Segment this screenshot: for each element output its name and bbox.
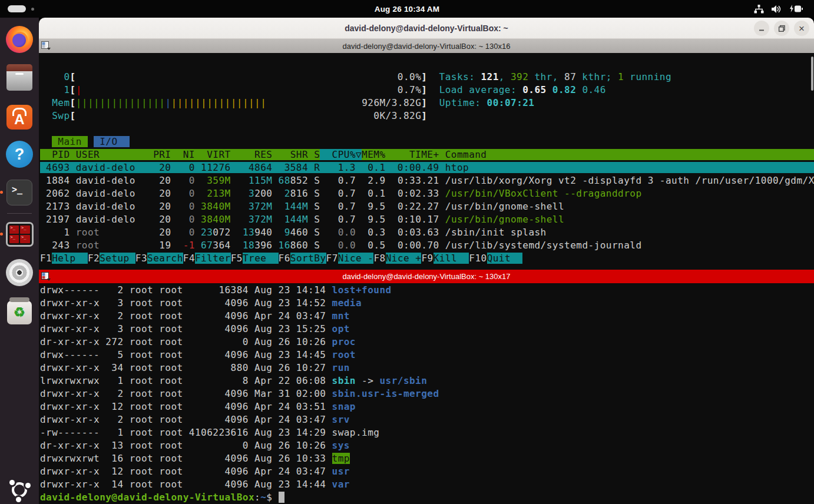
terminal-line: 2197 david-delo 20 0 3840M 372M 144M S 0… xyxy=(40,213,814,226)
terminal-line: Main I/O xyxy=(40,135,814,148)
terminator-icon: >_>_>_>_ xyxy=(6,222,34,247)
close-button[interactable]: × xyxy=(794,21,809,36)
help-icon: ? xyxy=(6,141,33,168)
files-icon xyxy=(6,68,32,91)
terminal-line: dr-xr-xr-x 13 root root 0 Aug 26 10:26 s… xyxy=(40,439,814,452)
shell-terminal[interactable]: drwx------ 2 root root 16384 Aug 23 14:1… xyxy=(39,283,814,504)
terminal-line: Swp[ 0K/3.82G] xyxy=(40,110,814,122)
terminal-line: drwxr-xr-x 3 root root 4096 Aug 23 14:52… xyxy=(40,297,814,310)
ubuntu-software-icon: A xyxy=(6,105,32,130)
terminal-line: david-delony@david-delony-VirtualBox:~$ xyxy=(40,491,814,504)
terminal-line: 243 root 19 -1 67364 18396 16860 S 0.0 0… xyxy=(40,239,814,252)
dock-item-disc[interactable] xyxy=(5,258,34,287)
ubuntu-logo-icon xyxy=(8,478,31,502)
dock-item-files[interactable] xyxy=(5,64,34,92)
dock-item-ubuntu-software[interactable]: A xyxy=(5,102,34,130)
terminal-line: 0[ 0.0%] Tasks: 121, 392 thr, 87 kthr; 1… xyxy=(40,71,814,84)
battery-charging-icon xyxy=(789,4,803,14)
pane2-title: david-delony@david-delony-VirtualBox: ~ … xyxy=(342,272,510,281)
pane-layout-icon xyxy=(41,41,51,52)
window-titlebar[interactable]: david-delony@david-delony-VirtualBox: ~ … xyxy=(39,18,814,39)
dock: A ? >_ >_>_>_>_ ♻ xyxy=(0,18,39,504)
terminal-line xyxy=(40,58,814,71)
scrollbar-thumb[interactable] xyxy=(811,57,813,91)
dock-item-terminal[interactable]: >_ xyxy=(5,178,34,207)
workspace-pill-icon xyxy=(8,5,26,12)
terminal-line: drwxrwxrwt 16 root root 4096 Aug 26 10:3… xyxy=(40,452,814,465)
pane1-titlebar[interactable]: david-delony@david-delony-VirtualBox: ~ … xyxy=(39,39,814,53)
top-panel: Aug 26 10:34 AM xyxy=(0,0,814,18)
workspace-indicator[interactable] xyxy=(8,5,34,12)
minimize-button[interactable] xyxy=(754,21,769,36)
dock-item-trash[interactable]: ♻ xyxy=(5,297,34,325)
htop-terminal[interactable]: 0[ 0.0%] Tasks: 121, 392 thr, 87 kthr; 1… xyxy=(39,53,814,270)
terminal-line: PID USER PRI NI VIRT RES SHR S CPU%▽MEM%… xyxy=(40,148,814,161)
trash-icon: ♻ xyxy=(7,301,32,324)
terminal-line: drwxr-xr-x 14 root root 4096 Aug 23 14:4… xyxy=(40,478,814,491)
terminal-line: 1 root 20 0 23072 13940 9460 S 0.0 0.3 0… xyxy=(40,226,814,239)
terminal-line: drwxr-xr-x 3 root root 4096 Aug 23 15:25… xyxy=(40,323,814,336)
terminal-line: drwxr-xr-x 12 root root 4096 Apr 24 03:4… xyxy=(40,465,814,478)
terminal-line xyxy=(40,122,814,135)
terminal-line: 1[| 0.7%] Load average: 0.65 0.82 0.46 xyxy=(40,84,814,97)
terminal-line: drwxr-xr-x 2 root root 4096 Apr 24 03:47… xyxy=(40,413,814,426)
system-status-area[interactable] xyxy=(754,0,803,18)
terminal-line: F1Help F2Setup F3SearchF4FilterF5Tree F6… xyxy=(40,252,814,265)
terminal-line: dr-xr-xr-x 272 root root 0 Aug 26 10:26 … xyxy=(40,336,814,349)
dock-item-help[interactable]: ? xyxy=(5,140,34,168)
terminal-line: lrwxrwxrwx 1 root root 8 Apr 22 06:08 sb… xyxy=(40,374,814,387)
terminal-icon: >_ xyxy=(6,180,32,205)
terminal-line: drwx------ 2 root root 16384 Aug 23 14:1… xyxy=(40,284,814,297)
dock-separator xyxy=(7,213,32,214)
terminal-line: -rw------- 1 root root 4106223616 Aug 23… xyxy=(40,426,814,439)
window-title: david-delony@david-delony-VirtualBox: ~ xyxy=(345,24,508,33)
dock-item-firefox[interactable] xyxy=(5,25,34,54)
terminal-line: drwxr-xr-x 2 root root 4096 Apr 24 03:47… xyxy=(40,310,814,323)
terminal-line: 1884 david-delo 20 0 359M 115M 68852 S 0… xyxy=(40,174,814,187)
terminal-line: 2173 david-delo 20 0 3840M 372M 144M S 0… xyxy=(40,200,814,213)
terminal-line: drwx------ 5 root root 4096 Aug 23 14:45… xyxy=(40,349,814,362)
disc-icon xyxy=(6,259,33,286)
network-wired-icon xyxy=(754,5,764,14)
terminal-window: david-delony@david-delony-VirtualBox: ~ … xyxy=(39,18,814,504)
pane1-title: david-delony@david-delony-VirtualBox: ~ … xyxy=(342,42,510,51)
terminal-line: Mem[|||||||||||||||||||||||||||||||| 926… xyxy=(40,97,814,110)
dock-item-terminator[interactable]: >_>_>_>_ xyxy=(5,220,34,248)
terminal-line: 2062 david-delo 20 0 213M 3200 2816 S 0.… xyxy=(40,187,814,200)
volume-icon xyxy=(772,5,782,14)
terminal-line: drwxr-xr-x 2 root root 4096 Mar 31 02:00… xyxy=(40,387,814,400)
terminal-line: 4693 david-delo 20 0 11276 4864 3584 R 1… xyxy=(40,161,814,174)
pane-layout-icon xyxy=(41,272,51,283)
dock-item-ubuntu-logo[interactable] xyxy=(5,476,34,504)
firefox-icon xyxy=(6,26,33,53)
clock[interactable]: Aug 26 10:34 AM xyxy=(375,5,440,14)
terminal-line: drwxr-xr-x 12 root root 4096 Apr 24 03:5… xyxy=(40,400,814,413)
software-letter: A xyxy=(14,110,24,130)
pane2-titlebar[interactable]: david-delony@david-delony-VirtualBox: ~ … xyxy=(39,270,814,283)
terminal-line: drwxr-xr-x 34 root root 880 Aug 26 10:27… xyxy=(40,362,814,374)
restore-button[interactable] xyxy=(774,21,789,36)
workspace-dot-icon xyxy=(31,8,34,11)
